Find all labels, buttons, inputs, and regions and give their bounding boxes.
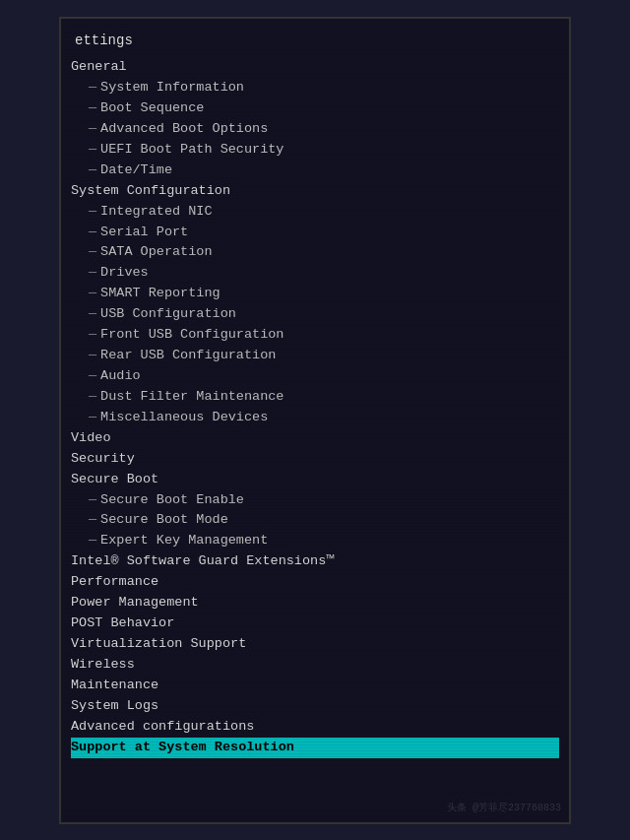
menu-item-13[interactable]: —Front USB Configuration — [71, 325, 559, 346]
menu-item-label: SMART Reporting — [100, 284, 220, 304]
menu-item-label: Boot Sequence — [100, 98, 204, 119]
menu-item-label: Rear USB Configuration — [100, 346, 276, 366]
menu-item-label: Expert Key Management — [100, 531, 268, 551]
menu-item-23[interactable]: —Expert Key Management — [71, 531, 559, 551]
menu-item-33[interactable]: Support at System Resolution — [71, 738, 559, 758]
menu-item-7[interactable]: —Integrated NIC — [71, 202, 559, 223]
menu-item-30[interactable]: Maintenance — [71, 676, 559, 696]
menu-item-28[interactable]: Virtualization Support — [71, 634, 559, 655]
menu-item-3[interactable]: —Advanced Boot Options — [71, 119, 559, 140]
dash-icon: — — [89, 223, 96, 243]
menu-item-label: Intel® Software Guard Extensions™ — [71, 551, 334, 572]
menu-item-label: System Logs — [71, 696, 158, 717]
bios-screen: ettings General—System Information—Boot … — [59, 17, 571, 824]
menu-item-12[interactable]: —USB Configuration — [71, 304, 559, 325]
dash-icon: — — [89, 284, 96, 304]
menu-item-22[interactable]: —Secure Boot Mode — [71, 510, 559, 531]
menu-item-26[interactable]: Power Management — [71, 593, 559, 614]
dash-icon: — — [89, 531, 96, 551]
menu-item-label: Audio — [100, 366, 141, 387]
menu-item-label: System Information — [100, 78, 244, 98]
menu-item-18[interactable]: Video — [71, 428, 559, 449]
menu-item-label: Secure Boot Mode — [100, 510, 228, 531]
menu-item-label: POST Behavior — [71, 614, 174, 634]
menu-item-17[interactable]: —Miscellaneous Devices — [71, 408, 559, 428]
menu-item-29[interactable]: Wireless — [71, 655, 559, 676]
menu-item-label: Advanced Boot Options — [100, 119, 268, 140]
menu-item-25[interactable]: Performance — [71, 572, 559, 593]
dash-icon: — — [89, 346, 96, 366]
dash-icon: — — [89, 387, 96, 408]
menu-item-label: General — [71, 57, 127, 78]
menu-item-label: Integrated NIC — [100, 202, 212, 223]
menu-item-8[interactable]: —Serial Port — [71, 223, 559, 243]
dash-icon: — — [89, 510, 96, 531]
menu-item-32[interactable]: Advanced configurations — [71, 717, 559, 738]
menu-item-label: Miscellaneous Devices — [100, 408, 268, 428]
menu-item-label: Advanced configurations — [71, 717, 254, 738]
menu-item-19[interactable]: Security — [71, 449, 559, 470]
menu-item-9[interactable]: —SATA Operation — [71, 242, 559, 263]
watermark: 头条 @芳菲尽237760833 — [447, 801, 561, 814]
dash-icon: — — [89, 140, 96, 161]
menu-item-label: Security — [71, 449, 135, 470]
dash-icon: — — [89, 408, 96, 428]
menu-item-label: SATA Operation — [100, 242, 212, 263]
menu-item-21[interactable]: —Secure Boot Enable — [71, 490, 559, 511]
menu-item-4[interactable]: —UEFI Boot Path Security — [71, 140, 559, 161]
menu-item-label: Secure Boot Enable — [100, 490, 244, 511]
menu-item-label: Power Management — [71, 593, 199, 614]
bios-panel: ettings General—System Information—Boot … — [61, 19, 569, 822]
dash-icon: — — [89, 202, 96, 223]
menu-item-label: Video — [71, 428, 111, 449]
dash-icon: — — [89, 263, 96, 284]
menu-item-label: Date/Time — [100, 161, 172, 181]
menu-item-10[interactable]: —Drives — [71, 263, 559, 284]
menu-item-2[interactable]: —Boot Sequence — [71, 98, 559, 119]
menu-item-0[interactable]: General — [71, 57, 559, 78]
dash-icon: — — [89, 366, 96, 387]
menu-item-label: Virtualization Support — [71, 634, 246, 655]
menu-item-14[interactable]: —Rear USB Configuration — [71, 346, 559, 366]
menu-item-label: Performance — [71, 572, 158, 593]
menu-item-27[interactable]: POST Behavior — [71, 614, 559, 634]
menu-item-label: Secure Boot — [71, 470, 158, 490]
menu-item-16[interactable]: —Dust Filter Maintenance — [71, 387, 559, 408]
dash-icon: — — [89, 490, 96, 511]
menu-item-label: Drives — [100, 263, 149, 284]
menu-item-24[interactable]: Intel® Software Guard Extensions™ — [71, 551, 559, 572]
menu-list: General—System Information—Boot Sequence… — [71, 57, 559, 757]
menu-item-label: Front USB Configuration — [100, 325, 284, 346]
panel-title: ettings — [71, 31, 559, 52]
dash-icon: — — [89, 98, 96, 119]
menu-item-label: Dust Filter Maintenance — [100, 387, 284, 408]
dash-icon: — — [89, 325, 96, 346]
menu-item-label: Serial Port — [100, 223, 188, 243]
dash-icon: — — [89, 304, 96, 325]
menu-item-15[interactable]: —Audio — [71, 366, 559, 387]
dash-icon: — — [89, 119, 96, 140]
menu-item-31[interactable]: System Logs — [71, 696, 559, 717]
menu-item-label: System Configuration — [71, 181, 230, 202]
menu-item-11[interactable]: —SMART Reporting — [71, 284, 559, 304]
menu-item-20[interactable]: Secure Boot — [71, 470, 559, 490]
menu-item-label: Wireless — [71, 655, 135, 676]
dash-icon: — — [89, 161, 96, 181]
menu-item-label: USB Configuration — [100, 304, 236, 325]
menu-item-label: UEFI Boot Path Security — [100, 140, 284, 161]
menu-item-1[interactable]: —System Information — [71, 78, 559, 98]
dash-icon: — — [89, 242, 96, 263]
menu-item-label: Maintenance — [71, 676, 158, 696]
dash-icon: — — [89, 78, 96, 98]
menu-item-5[interactable]: —Date/Time — [71, 161, 559, 181]
menu-item-6[interactable]: System Configuration — [71, 181, 559, 202]
